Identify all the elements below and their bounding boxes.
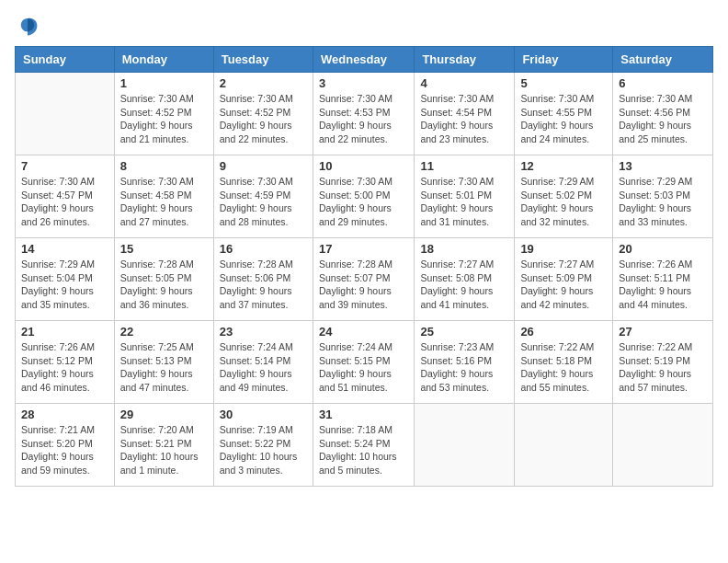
day-info: Sunrise: 7:30 AM Sunset: 5:01 PM Dayligh… [420, 175, 508, 229]
day-info: Sunrise: 7:30 AM Sunset: 4:55 PM Dayligh… [520, 92, 607, 146]
day-info: Sunrise: 7:27 AM Sunset: 5:09 PM Dayligh… [520, 258, 607, 312]
column-header-monday: Monday [114, 47, 213, 73]
day-cell [415, 404, 515, 487]
header [15, 15, 713, 37]
day-cell: 26Sunrise: 7:22 AM Sunset: 5:18 PM Dayli… [515, 321, 613, 404]
day-cell: 22Sunrise: 7:25 AM Sunset: 5:13 PM Dayli… [114, 321, 213, 404]
column-header-wednesday: Wednesday [313, 47, 414, 73]
day-cell: 20Sunrise: 7:26 AM Sunset: 5:11 PM Dayli… [613, 238, 713, 321]
column-header-friday: Friday [515, 47, 613, 73]
day-number: 20 [619, 242, 707, 256]
day-info: Sunrise: 7:25 AM Sunset: 5:13 PM Dayligh… [120, 340, 208, 395]
week-row-5: 28Sunrise: 7:21 AM Sunset: 5:20 PM Dayli… [16, 404, 713, 487]
day-cell: 29Sunrise: 7:20 AM Sunset: 5:21 PM Dayli… [114, 404, 213, 487]
day-cell [613, 404, 713, 487]
day-number: 23 [220, 325, 307, 339]
day-cell: 27Sunrise: 7:22 AM Sunset: 5:19 PM Dayli… [613, 321, 713, 404]
calendar-table: SundayMondayTuesdayWednesdayThursdayFrid… [15, 46, 713, 487]
header-row: SundayMondayTuesdayWednesdayThursdayFrid… [16, 47, 713, 73]
column-header-tuesday: Tuesday [213, 47, 313, 73]
column-header-saturday: Saturday [613, 47, 713, 73]
day-number: 31 [319, 408, 408, 421]
day-number: 16 [220, 242, 307, 256]
day-number: 26 [520, 325, 607, 339]
day-number: 24 [319, 325, 408, 339]
day-cell: 2Sunrise: 7:30 AM Sunset: 4:52 PM Daylig… [213, 73, 313, 155]
day-cell: 4Sunrise: 7:30 AM Sunset: 4:54 PM Daylig… [415, 73, 515, 155]
day-number: 2 [220, 76, 307, 90]
day-number: 10 [319, 159, 408, 173]
day-info: Sunrise: 7:24 AM Sunset: 5:15 PM Dayligh… [319, 340, 408, 395]
day-info: Sunrise: 7:23 AM Sunset: 5:16 PM Dayligh… [420, 340, 508, 395]
day-cell: 28Sunrise: 7:21 AM Sunset: 5:20 PM Dayli… [16, 404, 115, 487]
day-number: 14 [21, 242, 108, 256]
logo-icon [17, 15, 39, 37]
day-cell: 19Sunrise: 7:27 AM Sunset: 5:09 PM Dayli… [515, 238, 613, 321]
day-number: 3 [319, 76, 408, 90]
day-cell: 6Sunrise: 7:30 AM Sunset: 4:56 PM Daylig… [613, 73, 713, 155]
day-number: 28 [21, 408, 108, 421]
day-info: Sunrise: 7:22 AM Sunset: 5:19 PM Dayligh… [619, 340, 707, 395]
day-number: 29 [120, 408, 208, 421]
day-info: Sunrise: 7:26 AM Sunset: 5:11 PM Dayligh… [619, 258, 707, 312]
day-cell: 1Sunrise: 7:30 AM Sunset: 4:52 PM Daylig… [114, 73, 213, 155]
day-number: 27 [619, 325, 707, 339]
day-cell: 7Sunrise: 7:30 AM Sunset: 4:57 PM Daylig… [16, 155, 115, 238]
day-info: Sunrise: 7:26 AM Sunset: 5:12 PM Dayligh… [21, 340, 108, 395]
day-number: 1 [120, 76, 208, 90]
day-cell: 10Sunrise: 7:30 AM Sunset: 5:00 PM Dayli… [313, 155, 414, 238]
day-info: Sunrise: 7:30 AM Sunset: 4:52 PM Dayligh… [220, 92, 307, 146]
day-info: Sunrise: 7:21 AM Sunset: 5:20 PM Dayligh… [21, 423, 108, 477]
day-info: Sunrise: 7:28 AM Sunset: 5:05 PM Dayligh… [120, 258, 208, 312]
logo [15, 15, 39, 37]
week-row-3: 14Sunrise: 7:29 AM Sunset: 5:04 PM Dayli… [16, 238, 713, 321]
week-row-2: 7Sunrise: 7:30 AM Sunset: 4:57 PM Daylig… [16, 155, 713, 238]
day-info: Sunrise: 7:30 AM Sunset: 4:58 PM Dayligh… [120, 175, 208, 229]
day-number: 25 [420, 325, 508, 339]
day-info: Sunrise: 7:30 AM Sunset: 5:00 PM Dayligh… [319, 175, 408, 229]
day-info: Sunrise: 7:30 AM Sunset: 4:59 PM Dayligh… [220, 175, 307, 229]
day-info: Sunrise: 7:30 AM Sunset: 4:53 PM Dayligh… [319, 92, 408, 146]
day-number: 8 [120, 159, 208, 173]
day-info: Sunrise: 7:28 AM Sunset: 5:06 PM Dayligh… [220, 258, 307, 312]
day-cell: 15Sunrise: 7:28 AM Sunset: 5:05 PM Dayli… [114, 238, 213, 321]
day-cell: 5Sunrise: 7:30 AM Sunset: 4:55 PM Daylig… [515, 73, 613, 155]
day-info: Sunrise: 7:19 AM Sunset: 5:22 PM Dayligh… [220, 423, 307, 477]
day-number: 11 [420, 159, 508, 173]
day-number: 18 [420, 242, 508, 256]
day-cell [515, 404, 613, 487]
day-cell: 11Sunrise: 7:30 AM Sunset: 5:01 PM Dayli… [415, 155, 515, 238]
day-number: 5 [520, 76, 607, 90]
day-cell: 8Sunrise: 7:30 AM Sunset: 4:58 PM Daylig… [114, 155, 213, 238]
day-number: 4 [420, 76, 508, 90]
day-cell: 31Sunrise: 7:18 AM Sunset: 5:24 PM Dayli… [313, 404, 414, 487]
day-cell: 16Sunrise: 7:28 AM Sunset: 5:06 PM Dayli… [213, 238, 313, 321]
day-number: 17 [319, 242, 408, 256]
day-cell: 3Sunrise: 7:30 AM Sunset: 4:53 PM Daylig… [313, 73, 414, 155]
day-number: 22 [120, 325, 208, 339]
day-info: Sunrise: 7:27 AM Sunset: 5:08 PM Dayligh… [420, 258, 508, 312]
day-cell: 30Sunrise: 7:19 AM Sunset: 5:22 PM Dayli… [213, 404, 313, 487]
day-info: Sunrise: 7:22 AM Sunset: 5:18 PM Dayligh… [520, 340, 607, 395]
day-info: Sunrise: 7:29 AM Sunset: 5:04 PM Dayligh… [21, 258, 108, 312]
day-number: 30 [220, 408, 307, 421]
day-cell: 9Sunrise: 7:30 AM Sunset: 4:59 PM Daylig… [213, 155, 313, 238]
day-number: 19 [520, 242, 607, 256]
day-cell: 24Sunrise: 7:24 AM Sunset: 5:15 PM Dayli… [313, 321, 414, 404]
day-number: 6 [619, 76, 707, 90]
day-cell [16, 73, 115, 155]
day-info: Sunrise: 7:29 AM Sunset: 5:02 PM Dayligh… [520, 175, 607, 229]
day-number: 13 [619, 159, 707, 173]
week-row-1: 1Sunrise: 7:30 AM Sunset: 4:52 PM Daylig… [16, 73, 713, 155]
day-cell: 17Sunrise: 7:28 AM Sunset: 5:07 PM Dayli… [313, 238, 414, 321]
day-cell: 25Sunrise: 7:23 AM Sunset: 5:16 PM Dayli… [415, 321, 515, 404]
day-cell: 23Sunrise: 7:24 AM Sunset: 5:14 PM Dayli… [213, 321, 313, 404]
week-row-4: 21Sunrise: 7:26 AM Sunset: 5:12 PM Dayli… [16, 321, 713, 404]
day-number: 21 [21, 325, 108, 339]
day-info: Sunrise: 7:20 AM Sunset: 5:21 PM Dayligh… [120, 423, 208, 477]
day-info: Sunrise: 7:24 AM Sunset: 5:14 PM Dayligh… [220, 340, 307, 395]
day-cell: 21Sunrise: 7:26 AM Sunset: 5:12 PM Dayli… [16, 321, 115, 404]
day-cell: 13Sunrise: 7:29 AM Sunset: 5:03 PM Dayli… [613, 155, 713, 238]
day-info: Sunrise: 7:30 AM Sunset: 4:52 PM Dayligh… [120, 92, 208, 146]
day-cell: 12Sunrise: 7:29 AM Sunset: 5:02 PM Dayli… [515, 155, 613, 238]
